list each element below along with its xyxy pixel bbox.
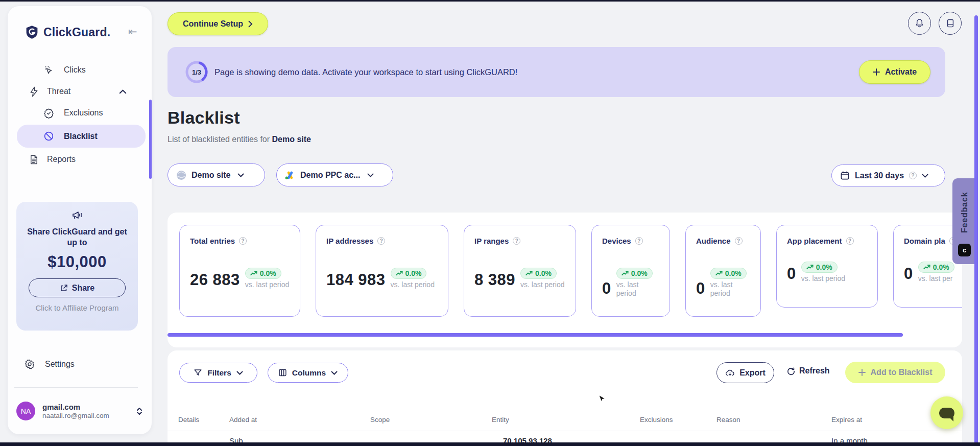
- plus-icon: [858, 369, 866, 376]
- avatar: NA: [16, 402, 35, 420]
- stat-value: 184 983: [326, 271, 386, 289]
- add-to-blacklist-button[interactable]: Add to Blacklist: [845, 362, 945, 383]
- notifications-button[interactable]: [908, 12, 931, 35]
- help-icon[interactable]: ?: [909, 172, 917, 179]
- stat-label: Audience: [696, 237, 731, 245]
- sidebar: ClickGuard. ⇤ ClicksThreatExclusionsBlac…: [8, 6, 152, 434]
- google-ads-icon: [285, 171, 295, 180]
- help-icon[interactable]: ?: [239, 237, 247, 245]
- columns-button[interactable]: Columns: [268, 363, 348, 383]
- progress-fraction: 1/3: [184, 60, 209, 84]
- trend-badge: 0.0%: [616, 268, 653, 279]
- gear-icon: [24, 359, 35, 370]
- ppc-account-selector[interactable]: Demo PPC ac...: [276, 163, 393, 186]
- banner-message: Page is showing demo data. Activate your…: [214, 47, 517, 97]
- export-button[interactable]: Export: [716, 362, 774, 383]
- chevron-up-icon[interactable]: [119, 89, 127, 94]
- sidebar-item-threat[interactable]: Threat: [8, 81, 152, 102]
- page-vertical-scrollbar[interactable]: [974, 15, 978, 446]
- cards-horizontal-scrollbar[interactable]: [168, 333, 903, 337]
- trending-up-icon: [923, 265, 930, 270]
- help-icon[interactable]: ?: [513, 237, 520, 245]
- column-header-details[interactable]: Details: [178, 416, 199, 424]
- affiliate-caption: Click to Affiliate Program: [16, 303, 138, 312]
- stat-card-devices: Devices?00.0%vs. last period: [591, 225, 670, 317]
- column-header-exclusions[interactable]: Exclusions: [640, 416, 673, 424]
- column-header-entity[interactable]: Entity: [492, 416, 509, 424]
- document-icon: [29, 154, 40, 165]
- stat-sub: vs. last per: [918, 274, 954, 283]
- trend-delta: 0.0%: [405, 269, 422, 277]
- trend-badge: 0.0%: [520, 268, 557, 279]
- chat-bubble-icon: [939, 408, 954, 418]
- sidebar-scrollbar[interactable]: [149, 100, 152, 179]
- demo-data-banner: 1/3 Page is showing demo data. Activate …: [168, 47, 945, 97]
- sidebar-item-settings[interactable]: Settings: [24, 359, 75, 370]
- chevron-down-icon: [367, 173, 374, 177]
- chevron-down-icon: [922, 174, 928, 178]
- sidebar-nav: ClicksThreatExclusionsBlacklistReports: [8, 59, 152, 170]
- stat-card-app-placement: App placement?00.0%vs. last period: [776, 225, 878, 308]
- stat-card-domain-pla: Domain pla?00.0%vs. last per: [893, 225, 962, 308]
- table-header-row: DetailsAdded atScopeEntityExclusionsReas…: [168, 413, 962, 431]
- chevron-up-down-icon: [136, 407, 143, 416]
- stat-card-audience: Audience?00.0%vs. last period: [685, 225, 761, 317]
- cloud-download-icon: [725, 368, 735, 377]
- column-header-expires-at[interactable]: Expires at: [831, 416, 862, 424]
- stat-sub: vs. last period: [616, 280, 659, 298]
- help-icon[interactable]: ?: [377, 237, 385, 245]
- table-header-divider: [168, 431, 962, 431]
- filters-button[interactable]: Filters: [179, 363, 257, 383]
- activate-button[interactable]: Activate: [859, 60, 930, 84]
- trend-delta: 0.0%: [725, 269, 742, 277]
- sidebar-item-label: Clicks: [64, 65, 86, 75]
- cursor-click-icon: [43, 65, 55, 76]
- trending-up-icon: [250, 271, 257, 276]
- stat-sub: vs. last period: [801, 274, 845, 283]
- stat-value: 0: [696, 279, 705, 298]
- help-icon[interactable]: ?: [735, 237, 743, 245]
- trend-badge: 0.0%: [391, 268, 427, 279]
- feedback-tab[interactable]: Feedback c: [952, 178, 976, 264]
- setup-progress-ring: 1/3: [184, 60, 209, 84]
- continue-setup-button[interactable]: Continue Setup: [168, 12, 268, 35]
- brand-name: ClickGuard.: [43, 26, 110, 39]
- chevron-down-icon: [236, 371, 243, 375]
- trending-up-icon: [622, 271, 629, 276]
- help-icon[interactable]: ?: [635, 237, 643, 245]
- column-header-reason[interactable]: Reason: [716, 416, 740, 424]
- trend-badge: 0.0%: [801, 262, 838, 273]
- share-button[interactable]: Share: [29, 278, 126, 297]
- sidebar-item-clicks[interactable]: Clicks: [8, 59, 152, 81]
- add-to-blacklist-label: Add to Blacklist: [871, 368, 933, 377]
- date-range-selector[interactable]: Last 30 days ?: [831, 165, 945, 186]
- sidebar-item-reports[interactable]: Reports: [8, 149, 152, 170]
- docs-button[interactable]: [939, 12, 962, 35]
- column-header-added-at[interactable]: Added at: [229, 416, 257, 424]
- help-icon[interactable]: ?: [846, 237, 854, 245]
- stat-value: 0: [602, 279, 611, 298]
- stat-sub: vs. last period: [245, 280, 289, 289]
- share-label: Share: [72, 284, 94, 293]
- blacklist-table-section: Filters Columns Export Refresh Add to Bl…: [168, 350, 962, 446]
- window-top-edge: [0, 0, 980, 2]
- chat-widget-button[interactable]: [930, 396, 963, 429]
- sidebar-item-blacklist[interactable]: Blacklist: [17, 125, 146, 148]
- account-switcher[interactable]: NA gmail.com naatali.ro@gmail.com: [16, 402, 143, 420]
- trending-up-icon: [806, 265, 814, 270]
- ppc-selector-value: Demo PPC ac...: [300, 171, 360, 180]
- sidebar-item-exclusions[interactable]: Exclusions: [8, 102, 152, 124]
- window-bottom-edge: [0, 442, 980, 446]
- page-title: Blacklist: [168, 108, 240, 128]
- shield-logo-icon: [25, 25, 39, 40]
- refresh-button[interactable]: Refresh: [786, 366, 830, 375]
- stat-label: App placement: [787, 237, 842, 245]
- site-selector[interactable]: Demo site: [168, 163, 265, 186]
- collapse-sidebar-icon[interactable]: ⇤: [128, 26, 137, 38]
- column-header-scope[interactable]: Scope: [370, 416, 390, 424]
- clickguard-app: ClickGuard. ⇤ ClicksThreatExclusionsBlac…: [0, 0, 980, 446]
- external-link-icon: [60, 284, 68, 292]
- book-icon: [945, 18, 955, 29]
- affiliate-promo-card[interactable]: Share ClickGuard and get up to $10,000 S…: [16, 202, 138, 331]
- stat-sub: vs. last period: [391, 280, 435, 289]
